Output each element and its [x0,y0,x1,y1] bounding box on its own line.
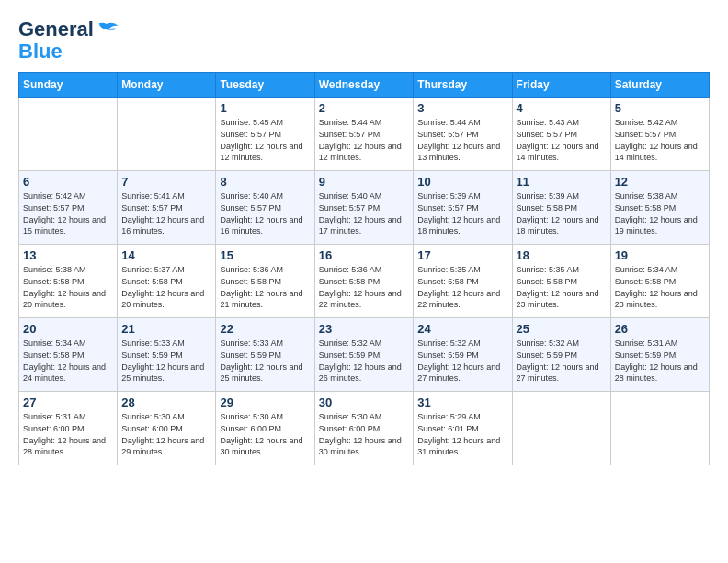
day-number: 22 [220,322,310,336]
logo-text: General [18,18,119,40]
day-info: Sunrise: 5:35 AM Sunset: 5:58 PM Dayligh… [417,264,507,310]
calendar-cell [118,98,216,171]
day-info: Sunrise: 5:45 AM Sunset: 5:57 PM Dayligh… [220,117,310,163]
calendar-cell: 27Sunrise: 5:31 AM Sunset: 6:00 PM Dayli… [19,392,118,465]
day-info: Sunrise: 5:39 AM Sunset: 5:58 PM Dayligh… [517,190,607,236]
calendar-cell: 16Sunrise: 5:36 AM Sunset: 5:58 PM Dayli… [314,245,414,318]
day-info: Sunrise: 5:42 AM Sunset: 5:57 PM Dayligh… [615,117,705,163]
weekday-header-saturday: Saturday [610,73,709,98]
day-number: 1 [220,101,310,115]
day-info: Sunrise: 5:43 AM Sunset: 5:57 PM Dayligh… [517,117,607,163]
weekday-header-monday: Monday [118,73,216,98]
calendar-cell: 9Sunrise: 5:40 AM Sunset: 5:57 PM Daylig… [314,171,414,245]
day-number: 21 [121,322,211,336]
day-info: Sunrise: 5:30 AM Sunset: 6:00 PM Dayligh… [319,411,410,457]
day-number: 7 [121,175,211,189]
calendar-cell: 30Sunrise: 5:30 AM Sunset: 6:00 PM Dayli… [314,392,414,465]
day-info: Sunrise: 5:32 AM Sunset: 5:59 PM Dayligh… [319,338,410,384]
calendar-cell: 22Sunrise: 5:33 AM Sunset: 5:59 PM Dayli… [216,318,314,392]
calendar-cell: 21Sunrise: 5:33 AM Sunset: 5:59 PM Dayli… [118,318,216,392]
day-info: Sunrise: 5:33 AM Sunset: 5:59 PM Dayligh… [121,338,211,384]
logo-blue: Blue [18,40,119,63]
calendar-cell [19,98,118,171]
day-info: Sunrise: 5:42 AM Sunset: 5:57 PM Dayligh… [23,190,113,236]
day-info: Sunrise: 5:38 AM Sunset: 5:58 PM Dayligh… [23,264,113,310]
day-number: 5 [615,101,705,115]
weekday-header-friday: Friday [512,73,610,98]
day-info: Sunrise: 5:39 AM Sunset: 5:57 PM Dayligh… [417,190,507,236]
day-number: 4 [517,101,607,115]
day-number: 16 [319,248,410,262]
calendar-cell: 14Sunrise: 5:37 AM Sunset: 5:58 PM Dayli… [118,245,216,318]
day-info: Sunrise: 5:32 AM Sunset: 5:59 PM Dayligh… [417,338,507,384]
day-number: 14 [121,248,211,262]
calendar-cell: 29Sunrise: 5:30 AM Sunset: 6:00 PM Dayli… [216,392,314,465]
day-number: 31 [417,396,507,409]
calendar-week-row: 20Sunrise: 5:34 AM Sunset: 5:58 PM Dayli… [19,318,710,392]
day-number: 23 [319,322,410,336]
calendar-week-row: 27Sunrise: 5:31 AM Sunset: 6:00 PM Dayli… [19,392,710,465]
day-info: Sunrise: 5:30 AM Sunset: 6:00 PM Dayligh… [220,411,310,457]
page-header: General Blue [18,18,710,63]
weekday-header-sunday: Sunday [19,73,118,98]
calendar-cell: 6Sunrise: 5:42 AM Sunset: 5:57 PM Daylig… [19,171,118,245]
day-info: Sunrise: 5:32 AM Sunset: 5:59 PM Dayligh… [517,338,607,384]
day-info: Sunrise: 5:31 AM Sunset: 6:00 PM Dayligh… [23,411,113,457]
day-info: Sunrise: 5:29 AM Sunset: 6:01 PM Dayligh… [417,411,507,457]
calendar-cell: 13Sunrise: 5:38 AM Sunset: 5:58 PM Dayli… [19,245,118,318]
calendar-cell: 31Sunrise: 5:29 AM Sunset: 6:01 PM Dayli… [414,392,512,465]
weekday-header-wednesday: Wednesday [314,73,414,98]
day-number: 11 [517,175,607,189]
calendar-cell: 17Sunrise: 5:35 AM Sunset: 5:58 PM Dayli… [414,245,512,318]
calendar-week-row: 6Sunrise: 5:42 AM Sunset: 5:57 PM Daylig… [19,171,710,245]
calendar-cell: 7Sunrise: 5:41 AM Sunset: 5:57 PM Daylig… [118,171,216,245]
day-info: Sunrise: 5:38 AM Sunset: 5:58 PM Dayligh… [615,190,705,236]
weekday-header-row: SundayMondayTuesdayWednesdayThursdayFrid… [19,73,710,98]
day-info: Sunrise: 5:36 AM Sunset: 5:58 PM Dayligh… [220,264,310,310]
day-info: Sunrise: 5:40 AM Sunset: 5:57 PM Dayligh… [220,190,310,236]
day-number: 8 [220,175,310,189]
calendar-cell: 10Sunrise: 5:39 AM Sunset: 5:57 PM Dayli… [414,171,512,245]
calendar-cell: 2Sunrise: 5:44 AM Sunset: 5:57 PM Daylig… [314,98,414,171]
weekday-header-thursday: Thursday [414,73,512,98]
day-number: 10 [417,175,507,189]
day-number: 3 [417,101,507,115]
day-number: 27 [23,396,113,409]
calendar-cell: 18Sunrise: 5:35 AM Sunset: 5:58 PM Dayli… [512,245,610,318]
day-info: Sunrise: 5:34 AM Sunset: 5:58 PM Dayligh… [615,264,705,310]
calendar-cell: 23Sunrise: 5:32 AM Sunset: 5:59 PM Dayli… [314,318,414,392]
day-info: Sunrise: 5:44 AM Sunset: 5:57 PM Dayligh… [417,117,507,163]
day-number: 9 [319,175,410,189]
calendar-cell: 3Sunrise: 5:44 AM Sunset: 5:57 PM Daylig… [414,98,512,171]
calendar-week-row: 13Sunrise: 5:38 AM Sunset: 5:58 PM Dayli… [19,245,710,318]
day-number: 6 [23,175,113,189]
day-info: Sunrise: 5:36 AM Sunset: 5:58 PM Dayligh… [319,264,410,310]
day-number: 28 [121,396,211,409]
day-number: 19 [615,248,705,262]
day-number: 29 [220,396,310,409]
day-number: 30 [319,396,410,409]
calendar-cell: 24Sunrise: 5:32 AM Sunset: 5:59 PM Dayli… [414,318,512,392]
calendar-cell: 15Sunrise: 5:36 AM Sunset: 5:58 PM Dayli… [216,245,314,318]
day-number: 12 [615,175,705,189]
calendar-cell [512,392,610,465]
calendar-cell [610,392,709,465]
calendar-week-row: 1Sunrise: 5:45 AM Sunset: 5:57 PM Daylig… [19,98,710,171]
calendar-cell: 1Sunrise: 5:45 AM Sunset: 5:57 PM Daylig… [216,98,314,171]
calendar-table: SundayMondayTuesdayWednesdayThursdayFrid… [18,72,710,465]
day-number: 24 [417,322,507,336]
day-number: 25 [517,322,607,336]
calendar-cell: 20Sunrise: 5:34 AM Sunset: 5:58 PM Dayli… [19,318,118,392]
day-info: Sunrise: 5:41 AM Sunset: 5:57 PM Dayligh… [121,190,211,236]
day-info: Sunrise: 5:30 AM Sunset: 6:00 PM Dayligh… [121,411,211,457]
day-info: Sunrise: 5:33 AM Sunset: 5:59 PM Dayligh… [220,338,310,384]
day-number: 15 [220,248,310,262]
day-info: Sunrise: 5:37 AM Sunset: 5:58 PM Dayligh… [121,264,211,310]
calendar-cell: 5Sunrise: 5:42 AM Sunset: 5:57 PM Daylig… [610,98,709,171]
day-number: 2 [319,101,410,115]
day-info: Sunrise: 5:31 AM Sunset: 5:59 PM Dayligh… [615,338,705,384]
day-number: 20 [23,322,113,336]
calendar-cell: 11Sunrise: 5:39 AM Sunset: 5:58 PM Dayli… [512,171,610,245]
calendar-cell: 26Sunrise: 5:31 AM Sunset: 5:59 PM Dayli… [610,318,709,392]
calendar-cell: 4Sunrise: 5:43 AM Sunset: 5:57 PM Daylig… [512,98,610,171]
